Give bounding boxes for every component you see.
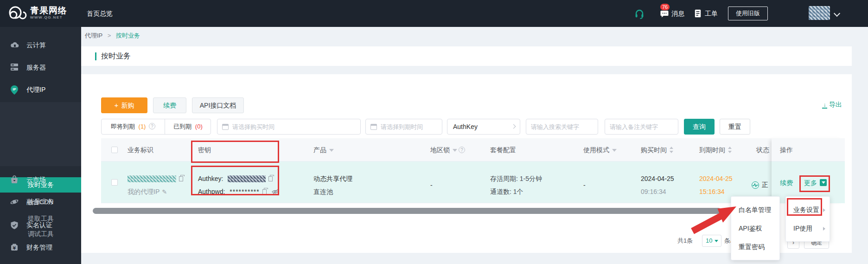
filter-expired[interactable]: 已到期 (0) [165, 119, 211, 134]
submenu-arrow-icon [823, 208, 825, 212]
buy-time-input[interactable] [232, 119, 358, 134]
menu-item-whitelist[interactable]: 白名单管理 [731, 200, 779, 219]
ticket-icon[interactable] [695, 9, 701, 18]
buy-time-picker[interactable] [217, 119, 361, 135]
status-running-icon [752, 181, 759, 189]
sidebar-item-real-name-verify[interactable]: 实名认证 [0, 219, 81, 231]
eye-off-icon[interactable] [271, 189, 279, 195]
sidebar-item-cloud-market[interactable]: 云市场 [0, 174, 81, 185]
new-purchase-button[interactable]: +新购 [101, 97, 147, 113]
brand-name: 青果网络 [30, 6, 67, 15]
reset-button[interactable]: 重置 [720, 119, 750, 135]
menu-item-api-auth[interactable]: API鉴权 [731, 219, 779, 238]
business-id-redacted [128, 175, 176, 182]
menu-item-ip-usage[interactable]: IP使用 [786, 219, 830, 238]
table-header: 业务标识 密钥 产品 地区锁? 套餐配置 使用模式 购买时间 到期时间 状态 [101, 138, 845, 161]
page-title: 按时业务 [101, 52, 131, 61]
sort-icon[interactable] [670, 147, 673, 153]
expire-time-picker[interactable] [365, 119, 442, 135]
col-secret-key: 密钥 [198, 138, 211, 161]
export-link[interactable]: ↓导出 [822, 101, 842, 109]
chevron-down-icon[interactable] [834, 10, 840, 17]
topbar: 青果网络 WWW.QG.NET 首页总览 76 消息 工单 使用旧版 [0, 0, 868, 27]
menu-item-business-settings[interactable]: 业务设置 [786, 200, 830, 219]
query-button[interactable]: 查询 [684, 119, 715, 135]
breadcrumb: 代理IP > 按时业务 [85, 32, 140, 40]
sort-icon[interactable] [728, 147, 732, 153]
row-checkbox[interactable] [111, 179, 118, 186]
help-icon[interactable]: ? [459, 147, 465, 153]
calendar-icon [370, 124, 377, 130]
copy-icon[interactable] [268, 176, 273, 181]
sidebar-item-cdn[interactable]: 融合CDN [0, 196, 81, 207]
region-lock-value: - [430, 180, 433, 190]
filter-funnel-icon[interactable] [453, 149, 457, 152]
col-plan-config: 套餐配置 [490, 138, 516, 161]
more-action-link[interactable]: 更多 [804, 178, 817, 187]
remark-keyword-input[interactable] [610, 119, 676, 134]
sidebar-item-server[interactable]: 服务器 [0, 62, 81, 73]
authpwd-cell: Authpwd: ********** [198, 187, 279, 196]
message-link[interactable]: 消息 [671, 0, 684, 27]
col-usage-mode: 使用模式 [583, 138, 617, 161]
chevron-right-icon [511, 124, 516, 129]
sidebar-item-cloud-computing[interactable]: 云计算 [0, 39, 81, 51]
action-column-fixed: 操作 续费 更多 [772, 138, 845, 203]
expiring-count: (1) [139, 123, 146, 130]
breadcrumb-parent[interactable]: 代理IP [85, 32, 102, 39]
status-text: 正 [762, 181, 768, 188]
more-caret-icon[interactable] [820, 179, 827, 186]
expiry-filter-group: 即将到期 (1) ? 已到期 (0) [101, 119, 211, 135]
renew-button[interactable]: 续费 [153, 97, 186, 113]
cloud-icon [10, 41, 19, 49]
col-buy-time: 购买时间 [641, 138, 673, 161]
renew-action-link[interactable]: 续费 [780, 178, 793, 187]
usage-mode-value: - [583, 180, 586, 190]
buy-date: 2024-04-25 [641, 174, 674, 183]
product-line1: 动态共享代理 [313, 174, 352, 183]
select-all-checkbox[interactable] [111, 147, 118, 153]
copy-icon[interactable] [179, 176, 183, 181]
headset-icon[interactable] [634, 9, 645, 19]
brand-logo[interactable]: 青果网络 WWW.QG.NET [7, 5, 67, 20]
nav-home[interactable]: 首页总览 [87, 0, 113, 27]
page-size-select[interactable]: 10 [702, 235, 721, 247]
breadcrumb-current[interactable]: 按时业务 [116, 32, 140, 39]
authkey-redacted [228, 175, 266, 182]
col-expire-time: 到期时间 [699, 138, 732, 161]
horizontal-scrollbar[interactable] [93, 208, 721, 214]
col-action: 操作 [772, 138, 845, 161]
avatar[interactable] [809, 6, 830, 20]
menu-item-reset-password[interactable]: 重置密码 [731, 238, 779, 256]
svg-text:¥: ¥ [13, 246, 16, 251]
copy-icon[interactable] [262, 189, 267, 194]
search-keyword-field[interactable] [526, 119, 598, 135]
status-cell: 正 [752, 180, 768, 189]
filter-expiring-soon[interactable]: 即将到期 (1) ? [102, 119, 165, 134]
message-icon[interactable] [660, 10, 669, 18]
verify-shield-icon [10, 221, 19, 230]
title-card: 按时业务 [81, 46, 852, 66]
product-line2: 直连池 [313, 187, 333, 196]
calendar-icon [222, 124, 229, 130]
proxy-ip-submenu: 按时业务 按量业务 提取工具 调试工具 [0, 102, 81, 166]
sidebar-item-finance[interactable]: ¥ 财务管理 [0, 242, 81, 253]
sidebar-item-proxy-ip[interactable]: IP 代理IP [0, 84, 81, 95]
authkey-select[interactable]: AuthKey [447, 119, 520, 135]
col-business-id: 业务标识 [128, 138, 153, 161]
buy-time: 09:16:34 [641, 187, 666, 196]
edit-pencil-icon[interactable]: ✎ [162, 188, 167, 195]
ticket-link[interactable]: 工单 [705, 0, 718, 27]
filter-funnel-icon[interactable] [612, 149, 617, 152]
download-icon: ↓ [822, 102, 827, 109]
filter-funnel-icon[interactable] [329, 149, 334, 152]
market-icon [10, 175, 19, 184]
old-version-button[interactable]: 使用旧版 [728, 6, 768, 20]
help-icon[interactable]: ? [149, 123, 155, 129]
server-icon [10, 63, 19, 71]
remark-keyword-field[interactable] [605, 119, 678, 135]
api-doc-button[interactable]: API接口文档 [192, 97, 244, 113]
expire-time-input[interactable] [381, 119, 440, 134]
business-remark: 我的代理IP✎ [128, 187, 167, 196]
search-keyword-input[interactable] [531, 119, 596, 134]
